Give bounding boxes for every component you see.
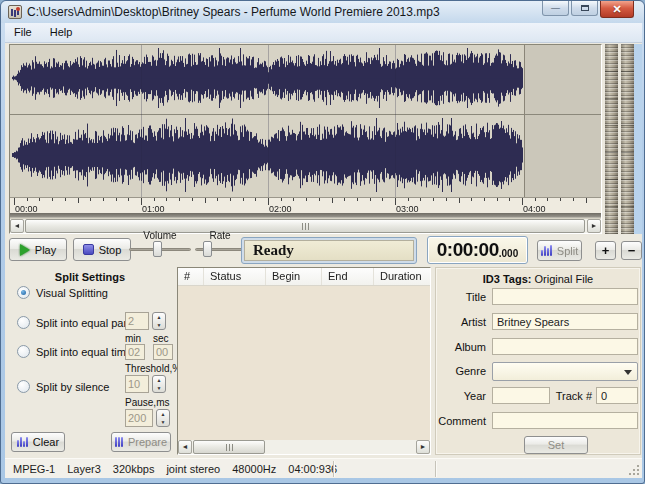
waveform-panel: 00:0001:0002:0003:0004:00 ◄ ► (9, 44, 602, 234)
id3-header-label: ID3 Tags: (483, 273, 532, 285)
maximize-button[interactable] (571, 1, 598, 16)
id3-header: ID3 Tags: Original File (436, 273, 640, 285)
rate-slider-thumb[interactable] (203, 241, 212, 257)
set-button[interactable]: Set (524, 436, 588, 454)
time-milliseconds: .000 (499, 248, 518, 259)
scroll-left-icon[interactable]: ◄ (178, 440, 192, 454)
option-equal-time[interactable]: Split into equal time (17, 345, 132, 358)
title-bar[interactable]: C:\Users\Admin\Desktop\Britney Spears - … (1, 1, 644, 23)
pause-spinner[interactable]: ▲▼ (156, 409, 170, 427)
volume-slider-thumb[interactable] (153, 241, 162, 257)
radio-equal-time[interactable] (17, 345, 30, 358)
status-item: 04:00:936 (288, 463, 337, 475)
time-display: 0:00:00.000 (427, 236, 528, 264)
level-meter-left (605, 44, 618, 234)
menu-help[interactable]: Help (41, 23, 82, 42)
status-item: joint stereo (166, 463, 220, 475)
resize-grip-icon[interactable] (629, 465, 639, 475)
option-equal-parts[interactable]: Split into equal parts (17, 316, 136, 329)
level-meters (605, 44, 634, 234)
pause-input[interactable] (125, 409, 153, 427)
artist-field[interactable] (492, 313, 638, 330)
split-settings-panel: Split Settings Visual Splitting Split in… (7, 267, 173, 456)
option-visual-splitting[interactable]: Visual Splitting (17, 286, 108, 299)
album-field[interactable] (492, 338, 638, 355)
seconds-input[interactable] (153, 344, 173, 360)
right-strip (634, 44, 642, 234)
title-field[interactable] (492, 288, 638, 305)
threshold-input[interactable] (125, 375, 149, 393)
waveform-display[interactable] (10, 45, 601, 197)
ruler-ticks (10, 198, 601, 205)
table-body[interactable] (178, 286, 430, 440)
radio-split-by-silence[interactable] (17, 380, 30, 393)
time-main: 0:00:00 (437, 239, 499, 261)
status-item: 320kbps (113, 463, 155, 475)
play-button[interactable]: Play (9, 238, 67, 261)
status-display: Ready (241, 237, 417, 264)
comment-field[interactable] (492, 412, 638, 429)
app-icon (8, 5, 22, 19)
time-ruler[interactable]: 00:0001:0002:0003:0004:00 (10, 197, 601, 213)
scroll-right-icon[interactable]: ► (587, 219, 601, 233)
minimize-button[interactable]: — (542, 1, 569, 16)
thumb-grip (305, 223, 306, 230)
menu-file[interactable]: File (5, 23, 41, 42)
genre-combobox[interactable] (492, 362, 638, 381)
maximize-icon (581, 5, 589, 11)
status-item: MPEG-1 (13, 463, 55, 475)
column-header-status[interactable]: Status (204, 268, 266, 285)
split-marker-strip[interactable] (10, 213, 601, 218)
zoom-out-button[interactable]: − (621, 241, 642, 260)
minutes-input[interactable] (125, 344, 145, 360)
sec-label: sec (153, 333, 169, 344)
album-label: Album (436, 341, 486, 353)
column-header-end[interactable]: End (322, 268, 374, 285)
prepare-button[interactable]: Prepare (111, 432, 171, 452)
prepare-icon (115, 437, 123, 447)
clear-button[interactable]: Clear (11, 432, 65, 452)
column-header-num[interactable]: # (178, 268, 204, 285)
genre-label: Genre (436, 365, 486, 377)
volume-label: Volume (129, 230, 191, 241)
menu-bar: File Help (5, 23, 642, 43)
scrollbar-thumb[interactable] (193, 440, 265, 454)
spin-up-icon[interactable]: ▲ (153, 313, 165, 321)
equal-parts-input[interactable] (125, 312, 149, 330)
table-header: #StatusBeginEndDurationFilename (178, 268, 430, 286)
chevron-down-icon[interactable] (624, 370, 632, 375)
track-field[interactable] (596, 387, 638, 404)
spin-up-icon[interactable]: ▲ (157, 410, 169, 418)
min-label: min (125, 333, 141, 344)
status-divider (435, 461, 436, 477)
radio-equal-parts[interactable] (17, 316, 30, 329)
close-button[interactable]: ✕ (600, 1, 634, 18)
column-header-begin[interactable]: Begin (266, 268, 322, 285)
scroll-left-icon[interactable]: ◄ (10, 219, 24, 233)
column-header-duration[interactable]: Duration (374, 268, 430, 285)
spin-down-icon[interactable]: ▼ (157, 418, 169, 426)
threshold-spinner[interactable]: ▲▼ (152, 375, 166, 393)
comment-label: Comment (436, 415, 486, 427)
play-icon (20, 244, 30, 256)
radio-visual-splitting[interactable] (17, 286, 30, 299)
spin-down-icon[interactable]: ▼ (153, 384, 165, 392)
scrollbar-thumb[interactable] (25, 219, 585, 233)
equal-parts-spinner[interactable]: ▲▼ (152, 312, 166, 330)
waveform-scrollbar[interactable]: ◄ ► (10, 219, 601, 233)
spin-down-icon[interactable]: ▼ (153, 321, 165, 329)
table-scrollbar[interactable]: ◄ ► (178, 440, 430, 454)
split-icon (541, 245, 552, 256)
zoom-in-button[interactable]: + (595, 241, 616, 260)
artist-label: Artist (436, 316, 486, 328)
option-split-by-silence[interactable]: Split by silence (17, 380, 109, 393)
year-field[interactable] (492, 387, 550, 404)
spin-up-icon[interactable]: ▲ (153, 376, 165, 384)
level-meter-right (621, 44, 634, 234)
scroll-right-icon[interactable]: ► (416, 440, 430, 454)
id3-tags-panel: ID3 Tags: Original File Title Artist Alb… (435, 267, 641, 455)
pause-label: Pause,ms (125, 397, 169, 408)
stop-button[interactable]: Stop (73, 238, 131, 261)
threshold-label: Threshold,% (125, 363, 181, 374)
split-button[interactable]: Split (537, 240, 582, 261)
